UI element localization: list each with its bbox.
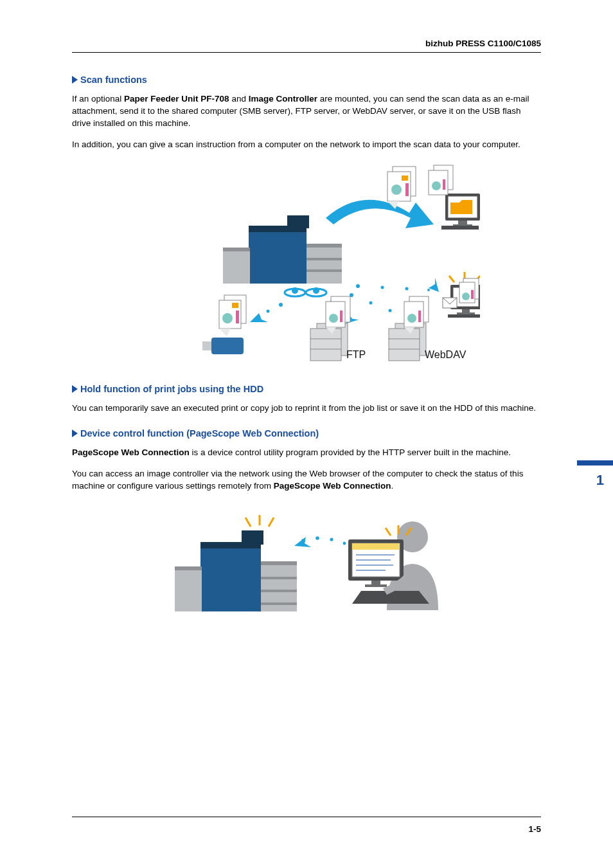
section-heading-hold: Hold function of print jobs using the HD… [72,384,541,394]
triangle-icon [72,429,78,437]
triangle-icon [72,76,78,84]
svg-rect-69 [462,309,470,312]
section-heading-device: Device control function (PageScope Web C… [72,428,541,439]
svg-point-27 [279,303,283,307]
section-title: Device control function (PageScope Web C… [80,428,319,439]
section-title: Scan functions [80,75,147,85]
page-number: 1-5 [528,824,541,834]
svg-point-39 [405,287,409,290]
svg-rect-0 [303,244,342,284]
svg-rect-103 [365,584,387,587]
svg-line-87 [245,518,251,527]
svg-point-28 [267,309,270,312]
chapter-number: 1 [596,472,604,489]
svg-point-25 [432,181,441,190]
svg-point-93 [343,542,346,545]
svg-point-54 [329,314,338,323]
svg-rect-71 [448,314,480,318]
section-title: Hold function of print jobs using the HD… [80,384,263,394]
svg-rect-41 [202,341,211,350]
svg-rect-17 [402,176,408,181]
svg-point-38 [381,285,384,289]
scan-paragraph-2: In addition, you can give a scan instruc… [72,138,541,150]
svg-line-64 [449,276,454,282]
svg-rect-84 [242,530,263,545]
scan-diagram: FTP WebDAV [72,160,541,366]
svg-rect-6 [287,215,309,228]
device-diagram [72,501,541,629]
svg-rect-49 [310,329,341,361]
svg-point-12 [313,287,319,294]
svg-rect-97 [352,543,400,550]
scan-paragraph-1: If an optional Paper Feeder Unit PF-708 … [72,93,541,129]
svg-rect-57 [389,329,420,361]
svg-rect-16 [405,183,409,196]
svg-point-75 [462,293,470,300]
svg-rect-82 [200,543,261,611]
svg-line-89 [269,518,274,527]
svg-rect-26 [443,179,445,190]
svg-rect-76 [471,290,474,299]
device-paragraph-2: You can access an image controller via t… [72,467,541,492]
svg-rect-63 [418,311,421,322]
svg-rect-8 [223,248,250,251]
svg-rect-22 [441,226,479,230]
svg-rect-46 [236,311,239,323]
svg-point-62 [407,314,416,323]
svg-rect-81 [257,602,297,605]
svg-rect-55 [340,311,342,322]
svg-rect-85 [175,566,202,611]
svg-rect-80 [257,590,297,592]
svg-rect-78 [257,561,297,565]
triangle-icon [72,385,78,393]
webdav-label: WebDAV [425,349,466,360]
svg-point-15 [391,185,402,195]
svg-rect-2 [303,258,342,260]
chapter-tab: 1 [577,460,613,496]
section-heading-scan: Scan functions [72,75,541,85]
svg-rect-4 [249,227,306,284]
svg-rect-3 [303,269,342,272]
svg-rect-79 [257,577,297,579]
svg-rect-47 [232,303,238,308]
svg-line-104 [386,528,391,536]
hold-paragraph: You can temporarily save an executed pri… [72,402,541,414]
svg-point-92 [330,538,333,541]
svg-rect-7 [223,248,250,284]
svg-rect-102 [371,581,380,584]
svg-point-37 [356,284,360,288]
svg-point-40 [427,289,430,291]
svg-point-35 [389,309,392,312]
svg-point-34 [369,301,373,304]
ftp-label: FTP [346,349,366,360]
svg-rect-42 [211,338,244,354]
footer-rule [72,817,541,817]
svg-rect-86 [175,566,202,570]
svg-point-10 [292,287,298,294]
svg-rect-1 [303,244,342,248]
device-paragraph-1: PageScope Web Connection is a device con… [72,446,541,458]
svg-point-91 [315,536,319,540]
svg-rect-20 [458,221,467,224]
svg-point-45 [222,313,233,323]
running-header: bizhub PRESS C1100/C1085 [72,39,541,53]
